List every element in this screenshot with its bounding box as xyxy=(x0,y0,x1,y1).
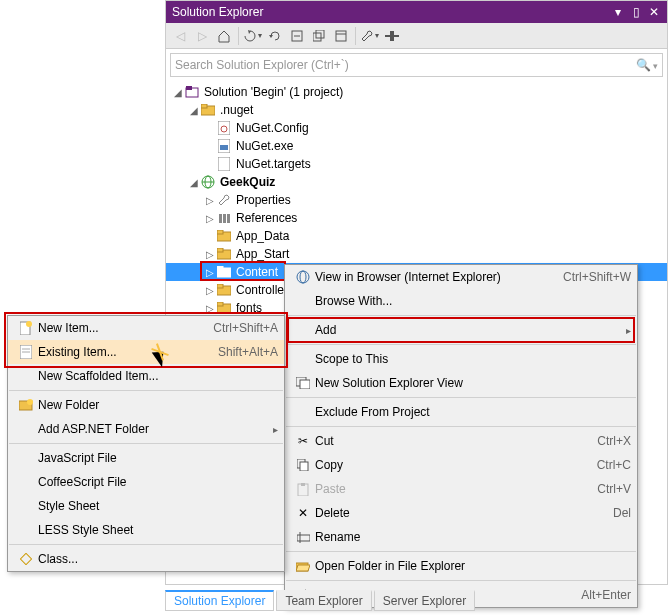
panel-title: Solution Explorer xyxy=(172,5,607,19)
toolbar: ◁ ▷ xyxy=(166,23,667,49)
menu-existing-item[interactable]: Existing Item...Shift+Alt+A xyxy=(8,340,284,364)
svg-rect-16 xyxy=(218,157,230,171)
menu-js-file[interactable]: JavaScript File xyxy=(8,446,284,470)
search-dropdown-icon[interactable] xyxy=(651,58,658,72)
menu-rename[interactable]: Rename xyxy=(285,525,637,549)
sync-button[interactable] xyxy=(243,26,263,46)
tab-team-explorer[interactable]: Team Explorer xyxy=(276,590,371,611)
panel-titlebar: Solution Explorer ▾ ▯ ✕ xyxy=(166,1,667,23)
cut-icon: ✂ xyxy=(291,434,315,448)
back-button[interactable]: ◁ xyxy=(170,26,190,46)
svg-rect-36 xyxy=(300,380,310,389)
context-menu-primary: View in Browser (Internet Explorer)Ctrl+… xyxy=(284,264,638,608)
svg-rect-32 xyxy=(217,302,223,306)
exe-file-icon xyxy=(216,138,232,154)
svg-point-50 xyxy=(27,399,33,405)
collapse-button[interactable] xyxy=(287,26,307,46)
close-icon[interactable]: ✕ xyxy=(647,5,661,19)
menu-new-item[interactable]: New Item...Ctrl+Shift+A xyxy=(8,316,284,340)
menu-less-stylesheet[interactable]: LESS Style Sheet xyxy=(8,518,284,542)
tree-project[interactable]: ◢GeekQuiz xyxy=(166,173,667,191)
tree-references[interactable]: ▷References xyxy=(166,209,667,227)
svg-rect-3 xyxy=(316,30,324,38)
menu-copy[interactable]: CopyCtrl+C xyxy=(285,453,637,477)
context-menu-add: New Item...Ctrl+Shift+A Existing Item...… xyxy=(7,315,285,572)
menu-delete[interactable]: ✕DeleteDel xyxy=(285,501,637,525)
menu-open-folder[interactable]: Open Folder in File Explorer xyxy=(285,554,637,578)
tree-appstart[interactable]: ▷App_Start xyxy=(166,245,667,263)
tree-nugetconfig[interactable]: NuGet.Config xyxy=(166,119,667,137)
dropdown-icon[interactable]: ▾ xyxy=(611,5,625,19)
config-file-icon xyxy=(216,120,232,136)
new-item-icon xyxy=(14,321,38,335)
properties-button[interactable] xyxy=(331,26,351,46)
tab-server-explorer[interactable]: Server Explorer xyxy=(374,590,475,611)
svg-rect-11 xyxy=(201,104,207,108)
tree-nuget[interactable]: ◢.nuget xyxy=(166,101,667,119)
wrench-button[interactable] xyxy=(360,26,380,46)
svg-point-34 xyxy=(300,271,306,283)
menu-add[interactable]: Add xyxy=(285,318,637,342)
open-folder-icon xyxy=(291,561,315,572)
svg-rect-22 xyxy=(227,214,230,223)
folder-icon xyxy=(216,228,232,244)
svg-point-33 xyxy=(297,271,309,283)
rename-icon xyxy=(291,532,315,543)
menu-new-solution-view[interactable]: New Solution Explorer View xyxy=(285,371,637,395)
pin-icon[interactable]: ▯ xyxy=(629,5,643,19)
svg-rect-2 xyxy=(313,33,321,41)
home-button[interactable] xyxy=(214,26,234,46)
svg-rect-21 xyxy=(223,214,226,223)
svg-rect-51 xyxy=(20,553,31,564)
refresh-button[interactable] xyxy=(265,26,285,46)
svg-rect-7 xyxy=(390,31,394,41)
svg-rect-30 xyxy=(217,284,223,288)
paste-icon xyxy=(291,483,315,496)
svg-rect-15 xyxy=(220,145,228,150)
tree-properties[interactable]: ▷Properties xyxy=(166,191,667,209)
svg-rect-9 xyxy=(186,86,192,90)
forward-button[interactable]: ▷ xyxy=(192,26,212,46)
tree-nugetexe[interactable]: NuGet.exe xyxy=(166,137,667,155)
menu-new-scaffolded[interactable]: New Scaffolded Item... xyxy=(8,364,284,388)
tree-solution[interactable]: ◢Solution 'Begin' (1 project) xyxy=(166,83,667,101)
view-icon xyxy=(291,377,315,389)
svg-rect-26 xyxy=(217,248,223,252)
menu-browse-with[interactable]: Browse With... xyxy=(285,289,637,313)
svg-rect-38 xyxy=(300,462,308,471)
menu-stylesheet[interactable]: Style Sheet xyxy=(8,494,284,518)
references-icon xyxy=(216,210,232,226)
browser-icon xyxy=(291,270,315,284)
web-project-icon xyxy=(200,174,216,190)
class-icon xyxy=(14,553,38,565)
menu-scope-to-this[interactable]: Scope to This xyxy=(285,347,637,371)
menu-exclude[interactable]: Exclude From Project xyxy=(285,400,637,424)
preview-button[interactable] xyxy=(382,26,402,46)
menu-new-folder[interactable]: New Folder xyxy=(8,393,284,417)
svg-rect-28 xyxy=(217,266,223,270)
svg-rect-20 xyxy=(219,214,222,223)
file-icon xyxy=(216,156,232,172)
tree-nugettargets[interactable]: NuGet.targets xyxy=(166,155,667,173)
new-folder-icon xyxy=(14,399,38,411)
bottom-tabs: Solution Explorer Team Explorer Server E… xyxy=(165,589,670,611)
menu-paste: PasteCtrl+V xyxy=(285,477,637,501)
menu-asp-folder[interactable]: Add ASP.NET Folder xyxy=(8,417,284,441)
menu-coffee-file[interactable]: CoffeeScript File xyxy=(8,470,284,494)
svg-rect-4 xyxy=(336,31,346,41)
menu-cut[interactable]: ✂CutCtrl+X xyxy=(285,429,637,453)
svg-rect-41 xyxy=(297,535,310,541)
tree-appdata[interactable]: App_Data xyxy=(166,227,667,245)
menu-view-in-browser[interactable]: View in Browser (Internet Explorer)Ctrl+… xyxy=(285,265,637,289)
show-all-button[interactable] xyxy=(309,26,329,46)
svg-rect-12 xyxy=(218,121,230,135)
search-input[interactable]: Search Solution Explorer (Ctrl+`) 🔍 xyxy=(170,53,663,77)
wrench-icon xyxy=(216,192,232,208)
folder-icon xyxy=(216,246,232,262)
tab-solution-explorer[interactable]: Solution Explorer xyxy=(165,590,274,611)
svg-rect-24 xyxy=(217,230,223,234)
menu-class[interactable]: Class... xyxy=(8,547,284,571)
svg-rect-40 xyxy=(301,483,305,486)
existing-item-icon xyxy=(14,345,38,359)
folder-icon xyxy=(216,300,232,316)
